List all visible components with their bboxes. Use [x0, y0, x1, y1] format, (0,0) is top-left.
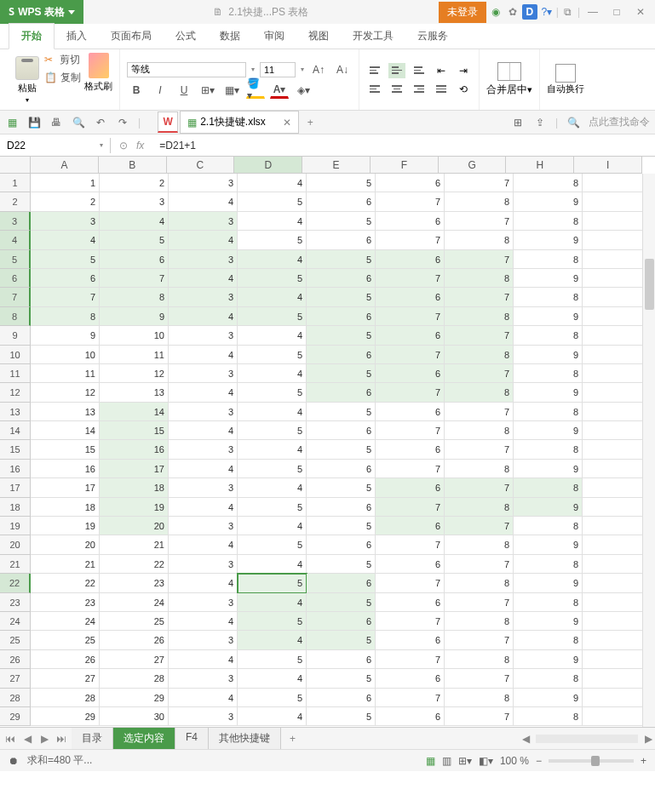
cell[interactable]: 6	[376, 212, 445, 231]
cell[interactable]: 5	[238, 192, 307, 211]
view-layout-icon[interactable]: ⊞▾	[458, 755, 472, 767]
cell[interactable]: 23	[31, 593, 100, 612]
cell[interactable]: 1	[583, 231, 652, 249]
row-header[interactable]: 5	[0, 250, 31, 269]
popout-icon[interactable]: ⧉	[560, 4, 576, 20]
cell[interactable]: 9	[514, 689, 583, 707]
cell[interactable]: 7	[376, 612, 445, 631]
cell[interactable]: 5	[238, 231, 307, 249]
cell[interactable]: 6	[307, 535, 376, 554]
sheet-tab[interactable]: 选定内容	[113, 728, 175, 749]
col-header[interactable]: G	[439, 157, 507, 174]
orientation-button[interactable]: ⟲	[455, 82, 472, 97]
cell[interactable]	[583, 669, 652, 688]
cell[interactable]: 7	[376, 307, 445, 326]
cell[interactable]: 4	[238, 478, 307, 497]
cell[interactable]: 7	[376, 460, 445, 478]
vertical-scrollbar[interactable]	[642, 174, 655, 727]
cell[interactable]: 25	[31, 631, 100, 649]
cell[interactable]: 16	[31, 460, 100, 478]
cell[interactable]: 13	[100, 383, 169, 402]
cell[interactable]: 3	[169, 478, 238, 497]
row-header[interactable]: 1	[0, 174, 31, 192]
cell[interactable]: 10	[31, 346, 100, 364]
cell[interactable]: 8	[445, 192, 514, 211]
cell[interactable]: 7	[445, 707, 514, 726]
cell[interactable]: 3	[169, 593, 238, 612]
col-header[interactable]: D	[234, 157, 302, 174]
cell[interactable]: 6	[376, 403, 445, 421]
cell[interactable]: 3	[169, 555, 238, 574]
cell[interactable]	[583, 707, 652, 726]
cell[interactable]: 4	[100, 212, 169, 231]
cell[interactable]	[583, 478, 652, 497]
cell[interactable]: 9	[514, 231, 583, 249]
cell[interactable]: 8	[445, 231, 514, 249]
cell[interactable]: 30	[100, 707, 169, 726]
cell[interactable]: 6	[376, 478, 445, 497]
wrap-text-button[interactable]: 自动换行	[547, 64, 584, 95]
cell[interactable]: 7	[445, 250, 514, 269]
cell[interactable]: 4	[169, 498, 238, 517]
cell[interactable]: 4	[238, 707, 307, 726]
cell[interactable]: 4	[238, 669, 307, 688]
cell[interactable]: 4	[238, 212, 307, 231]
cell[interactable]	[583, 288, 652, 306]
cell[interactable]: 5	[307, 364, 376, 383]
sheet-tab[interactable]: F4	[175, 728, 209, 749]
app-menu-button[interactable]: S WPS 表格	[0, 0, 83, 24]
menu-tab-4[interactable]: 数据	[208, 24, 252, 49]
cell[interactable]: 4	[169, 269, 238, 288]
cell[interactable]: 6	[307, 421, 376, 440]
cell[interactable]: 7	[445, 517, 514, 535]
new-file-icon[interactable]: ▦	[5, 116, 19, 129]
row-header[interactable]: 22	[0, 574, 31, 592]
view-normal-icon[interactable]: ▦	[426, 755, 435, 767]
cell[interactable]: 6	[307, 269, 376, 288]
cell[interactable]: 27	[100, 650, 169, 669]
menu-tab-5[interactable]: 审阅	[252, 24, 296, 49]
cell[interactable]: 6	[100, 250, 169, 269]
cell[interactable]: 5	[100, 231, 169, 249]
reading-mode-icon[interactable]: ◧▾	[479, 755, 493, 767]
cell[interactable]: 5	[238, 689, 307, 707]
cell[interactable]: 1	[583, 383, 652, 402]
cell[interactable]: 5	[238, 574, 307, 592]
cell[interactable]: 21	[31, 555, 100, 574]
row-header[interactable]: 28	[0, 689, 31, 707]
cell[interactable]	[583, 250, 652, 269]
decrease-font-button[interactable]: A↓	[333, 61, 352, 78]
cell[interactable]: 9	[514, 650, 583, 669]
row-header[interactable]: 6	[0, 269, 31, 288]
font-name-select[interactable]	[127, 62, 246, 77]
cell[interactable]	[583, 364, 652, 383]
cell[interactable]: 8	[514, 707, 583, 726]
cell[interactable]: 6	[376, 631, 445, 649]
sync-icon[interactable]: ◉	[488, 4, 503, 20]
cell[interactable]: 1	[583, 574, 652, 592]
cell[interactable]: 16	[100, 440, 169, 459]
increase-font-button[interactable]: A↑	[309, 61, 328, 78]
cell[interactable]: 5	[238, 498, 307, 517]
align-center-button[interactable]	[388, 82, 405, 97]
cell[interactable]: 6	[376, 555, 445, 574]
cell[interactable]: 21	[100, 535, 169, 554]
cell[interactable]: 4	[238, 440, 307, 459]
hscroll-left[interactable]: ◀	[519, 732, 532, 746]
cell[interactable]: 6	[307, 307, 376, 326]
zoom-thumb[interactable]	[591, 756, 600, 766]
cell[interactable]: 8	[514, 250, 583, 269]
cell[interactable]: 1	[583, 192, 652, 211]
hscroll-right[interactable]: ▶	[641, 732, 655, 746]
cell[interactable]: 5	[307, 174, 376, 192]
docer-icon[interactable]: D	[522, 4, 537, 20]
cell[interactable]: 5	[238, 535, 307, 554]
tab-nav-next[interactable]: ▶	[37, 732, 51, 746]
cell[interactable]: 8	[514, 669, 583, 688]
help-icon[interactable]: ?▾	[539, 4, 554, 20]
cell[interactable]: 7	[445, 174, 514, 192]
cell[interactable]: 3	[169, 212, 238, 231]
cell[interactable]: 1	[583, 269, 652, 288]
row-header[interactable]: 13	[0, 403, 31, 421]
row-header[interactable]: 2	[0, 192, 31, 211]
